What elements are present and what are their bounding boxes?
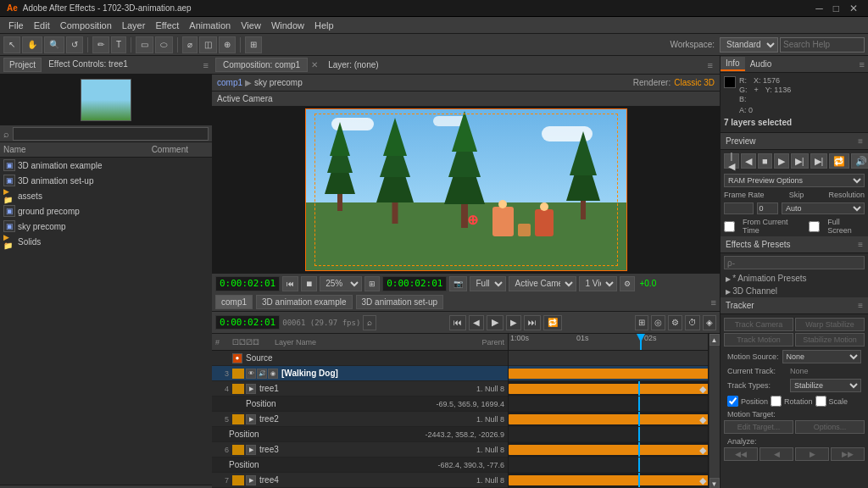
toolbar-puppet[interactable]: ⊕ [219,36,236,53]
next-frame-btn[interactable]: ▶ [506,315,521,330]
menu-view[interactable]: View [236,19,266,32]
preview-stop[interactable]: ■ [758,153,772,169]
sw-expand-6[interactable]: ▶ [246,445,256,455]
search-input[interactable] [780,37,865,53]
last-frame-btn[interactable]: ⏭ [524,315,541,330]
tl-tool-4[interactable]: ⏱ [685,315,700,330]
analyze-back-btn[interactable]: ◀ [760,447,793,461]
effects-search-input[interactable] [724,256,865,269]
tl-tab-3d-setup[interactable]: 3D animation set-up [356,295,444,309]
sw-audio[interactable]: 🔊 [257,369,267,379]
preview-audio[interactable]: 🔊 [851,153,868,169]
preview-play[interactable]: ▶ [774,153,789,169]
breadcrumb-comp1[interactable]: comp1 [217,78,242,87]
analyze-back-back-btn[interactable]: ◀◀ [724,447,758,461]
prop-row-tree3-pos[interactable]: Position -682.4, 390.3, -77.6 [212,458,508,473]
skip-input[interactable] [757,202,778,214]
tl-tool-5[interactable]: ◈ [703,315,716,330]
preview-last[interactable]: ▶| [810,153,828,169]
analyze-forward-btn[interactable]: ▶ [795,447,829,461]
region-btn[interactable]: ⊞ [364,276,380,291]
scroll-track[interactable] [709,346,720,478]
layer-row-7[interactable]: 7 ▶ tree4 1. Null 8 [212,473,508,488]
menu-help[interactable]: Help [309,19,339,32]
layer-row-source[interactable]: ● Source [212,351,508,366]
switch-1[interactable]: ● [232,353,242,363]
project-search-input[interactable] [13,127,209,141]
list-item[interactable]: ▶ 📁 Solids [0,234,212,249]
menu-window[interactable]: Window [266,19,309,32]
options-btn[interactable]: Options... [795,420,865,434]
active-camera-select[interactable]: Active Camera [509,276,576,291]
project-tab[interactable]: Project [3,58,42,72]
layer-row-5[interactable]: 5 ▶ tree2 1. Null 8 [212,412,508,427]
frame-rate-input[interactable]: (29.97) [724,202,754,214]
toolbar-brush[interactable]: ⌀ [182,36,198,53]
audio-tab[interactable]: Audio [745,58,777,70]
full-screen-cb[interactable] [809,221,820,232]
menu-layer[interactable]: Layer [117,19,151,32]
preview-loop[interactable]: 🔁 [829,153,849,169]
menu-effect[interactable]: Effect [150,19,184,32]
list-item[interactable]: ▣ 3D animation example [0,158,212,173]
ram-preview-select[interactable]: RAM Preview Options [724,174,865,187]
toolbar-shape-ellipse[interactable]: ⬭ [155,36,173,53]
scroll-up[interactable]: ▲ [709,334,720,346]
prop-row-tree2-pos[interactable]: Position -2443.2, 358.2, -2026.9 [212,427,508,442]
zoom-select[interactable]: 25% [320,276,362,291]
info-panel-menu[interactable]: ≡ [856,59,868,69]
sw-expand[interactable]: ▶ [246,384,256,394]
comp-tab[interactable]: Composition: comp1 [215,58,308,72]
canvas-area[interactable]: ⊕ [212,107,720,273]
layer-row-6[interactable]: 6 ▶ tree3 1. Null 8 [212,442,508,458]
tl-tab-comp1[interactable]: comp1 [215,295,253,309]
edit-target-btn[interactable]: Edit Target... [724,420,793,434]
toolbar-shape-rect[interactable]: ▭ [136,36,153,53]
from-current-cb[interactable] [724,221,735,232]
scale-cb[interactable] [815,396,826,407]
minimize-btn[interactable]: ─ [812,3,826,14]
stabilize-motion-btn[interactable]: Stabilize Motion [795,333,865,347]
prop-row-tree1-pos[interactable]: Position -69.5, 365.9, 1699.4 [212,396,508,412]
more-btn[interactable]: ⚙ [620,276,635,291]
track-type-select[interactable]: Stabilize [790,379,861,392]
tl-menu[interactable]: ≡ [711,297,716,308]
tl-search-btn[interactable]: ⌕ [363,315,376,330]
toolbar-3d-camera[interactable]: ⊞ [245,36,262,53]
toolbar-hand[interactable]: ✋ [22,36,42,53]
viewer-timecode[interactable]: 0:00:02:01 [215,276,280,291]
rotation-cb[interactable] [771,396,782,407]
toolbar-eraser[interactable]: ◫ [199,36,217,53]
close-btn[interactable]: ✕ [846,3,861,14]
tl-timecode[interactable]: 0:00:02:01 [215,315,280,330]
track-area[interactable]: 1:00s 01s 02s 03s 04s 05s [509,334,708,488]
menu-composition[interactable]: Composition [55,19,117,32]
play-btn[interactable]: ▶ [487,315,504,330]
toolbar-zoom[interactable]: 🔍 [44,36,64,53]
list-item[interactable]: ▣ sky precomp [0,219,212,234]
tl-tool-3[interactable]: ⚙ [668,315,682,330]
sw-solo[interactable]: ◉ [268,369,278,379]
list-item[interactable]: ▣ ground precomp [0,203,212,219]
toolbar-text[interactable]: T [111,36,126,53]
effect-controls-tab[interactable]: Effect Controls: tree1 [43,58,133,72]
effects-menu[interactable]: ≡ [858,240,863,249]
workspace-select[interactable]: Standard [720,37,778,53]
maximize-btn[interactable]: □ [830,3,843,14]
menu-file[interactable]: File [3,19,29,32]
list-item[interactable]: ▣ 3D animation set-up [0,173,212,188]
stop-btn[interactable]: ⏹ [301,276,317,291]
toolbar-pen[interactable]: ✏ [92,36,109,53]
menu-edit[interactable]: Edit [29,19,55,32]
effects-item-anim[interactable]: * Animation Presets [721,272,868,285]
warp-stabilize-btn[interactable]: Warp Stabilize [795,318,865,331]
list-item[interactable]: ▶ 📁 assets [0,188,212,203]
layer-row-3[interactable]: 3 👁 🔊 ◉ [Walking Dog] [212,366,508,381]
quality-select[interactable]: Full [470,276,506,291]
panel-menu-btn[interactable]: ≡ [203,60,209,70]
tracker-menu[interactable]: ≡ [858,301,863,310]
motion-source-select[interactable]: None [782,350,861,363]
layer-tab[interactable]: Layer: (none) [321,58,385,71]
prev-frame-btn[interactable]: ◀ [469,315,484,330]
toolbar-selection[interactable]: ↖ [3,36,20,53]
